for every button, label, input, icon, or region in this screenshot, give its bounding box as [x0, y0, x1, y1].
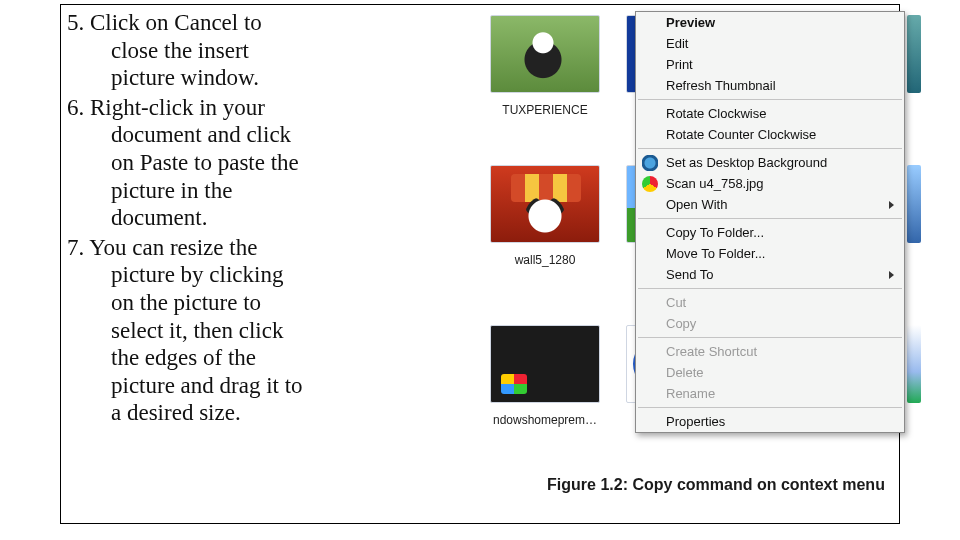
- menu-separator: [638, 99, 902, 100]
- menu-item-rename[interactable]: Rename: [636, 383, 904, 404]
- instruction-text: picture by clicking: [67, 261, 467, 289]
- instruction-text: document.: [67, 204, 467, 232]
- instruction-list: 5. Click on Cancel to close the insert p…: [67, 9, 467, 429]
- menu-label: Cut: [666, 295, 686, 310]
- menu-item-cut[interactable]: Cut: [636, 292, 904, 313]
- menu-item-send-to[interactable]: Send To: [636, 264, 904, 285]
- menu-label: Delete: [666, 365, 704, 380]
- instruction-text: document and click: [67, 121, 467, 149]
- menu-label: Rotate Clockwise: [666, 106, 766, 121]
- cropped-thumbnail: [907, 325, 921, 403]
- menu-item-set-background[interactable]: Set as Desktop Background: [636, 152, 904, 173]
- cropped-thumbnail: [907, 15, 921, 93]
- menu-label: Move To Folder...: [666, 246, 765, 261]
- menu-item-create-shortcut[interactable]: Create Shortcut: [636, 341, 904, 362]
- instruction-text: on the picture to: [67, 289, 467, 317]
- menu-label: Rotate Counter Clockwise: [666, 127, 816, 142]
- menu-item-move-to[interactable]: Move To Folder...: [636, 243, 904, 264]
- menu-label: Print: [666, 57, 693, 72]
- instruction-text: picture and drag it to: [67, 372, 467, 400]
- thumbnail[interactable]: wall5_1280: [485, 165, 605, 268]
- menu-separator: [638, 218, 902, 219]
- menu-separator: [638, 288, 902, 289]
- thumbnail-label: TUXPERIENCE: [502, 103, 587, 117]
- menu-label: Copy To Folder...: [666, 225, 764, 240]
- menu-label: Scan u4_758.jpg: [666, 176, 764, 191]
- menu-label: Copy: [666, 316, 696, 331]
- menu-item-rotate-cw[interactable]: Rotate Clockwise: [636, 103, 904, 124]
- thumbnail-label: wall5_1280: [515, 253, 576, 267]
- menu-separator: [638, 148, 902, 149]
- instruction-text: a desired size.: [67, 399, 467, 427]
- menu-item-print[interactable]: Print: [636, 54, 904, 75]
- menu-label: Open With: [666, 197, 727, 212]
- desktop-icon: [642, 155, 658, 171]
- context-menu: Preview Edit Print Refresh Thumbnail Rot…: [635, 11, 905, 433]
- instruction-item-6: 6. Right-click in your document and clic…: [67, 94, 467, 232]
- menu-item-preview[interactable]: Preview: [636, 12, 904, 33]
- thumbnail-image-windows: [490, 325, 600, 403]
- instruction-text: picture in the: [67, 177, 467, 205]
- instruction-item-7: 7. You can resize the picture by clickin…: [67, 234, 467, 427]
- instruction-text: the edges of the: [67, 344, 467, 372]
- menu-label: Set as Desktop Background: [666, 155, 827, 170]
- menu-item-delete[interactable]: Delete: [636, 362, 904, 383]
- cropped-thumbnail: [907, 165, 921, 243]
- instruction-text: select it, then click: [67, 317, 467, 345]
- slide-frame: 5. Click on Cancel to close the insert p…: [60, 4, 900, 524]
- menu-label: Create Shortcut: [666, 344, 757, 359]
- submenu-arrow-icon: [889, 271, 894, 279]
- thumbnail-image-panda: [490, 165, 600, 243]
- submenu-arrow-icon: [889, 201, 894, 209]
- antivirus-icon: [642, 176, 658, 192]
- instruction-text: picture window.: [67, 64, 467, 92]
- menu-item-refresh-thumbnail[interactable]: Refresh Thumbnail: [636, 75, 904, 96]
- figure-caption: Figure 1.2: Copy command on context menu: [531, 475, 901, 495]
- menu-item-rotate-ccw[interactable]: Rotate Counter Clockwise: [636, 124, 904, 145]
- instruction-text: on Paste to paste the: [67, 149, 467, 177]
- menu-label: Edit: [666, 36, 688, 51]
- thumbnail-label: ndowshomeprem…: [493, 413, 597, 427]
- menu-item-scan[interactable]: Scan u4_758.jpg: [636, 173, 904, 194]
- menu-label: Properties: [666, 414, 725, 429]
- thumbnail[interactable]: ndowshomeprem…: [485, 325, 605, 428]
- menu-item-copy[interactable]: Copy: [636, 313, 904, 334]
- menu-label: Send To: [666, 267, 713, 282]
- list-number: 5.: [67, 10, 84, 35]
- menu-item-open-with[interactable]: Open With: [636, 194, 904, 215]
- instruction-text: Click on Cancel to: [90, 10, 262, 35]
- menu-item-properties[interactable]: Properties: [636, 411, 904, 432]
- instruction-text: close the insert: [67, 37, 467, 65]
- instruction-item-5: 5. Click on Cancel to close the insert p…: [67, 9, 467, 92]
- list-number: 7.: [67, 235, 84, 260]
- menu-label: Rename: [666, 386, 715, 401]
- menu-label: Refresh Thumbnail: [666, 78, 776, 93]
- thumbnail-image-tux: [490, 15, 600, 93]
- instruction-text: Right-click in your: [90, 95, 265, 120]
- instruction-text: You can resize the: [89, 235, 257, 260]
- menu-item-copy-to[interactable]: Copy To Folder...: [636, 222, 904, 243]
- list-number: 6.: [67, 95, 84, 120]
- thumbnail[interactable]: TUXPERIENCE: [485, 15, 605, 118]
- menu-separator: [638, 337, 902, 338]
- menu-label: Preview: [666, 15, 715, 30]
- menu-item-edit[interactable]: Edit: [636, 33, 904, 54]
- menu-separator: [638, 407, 902, 408]
